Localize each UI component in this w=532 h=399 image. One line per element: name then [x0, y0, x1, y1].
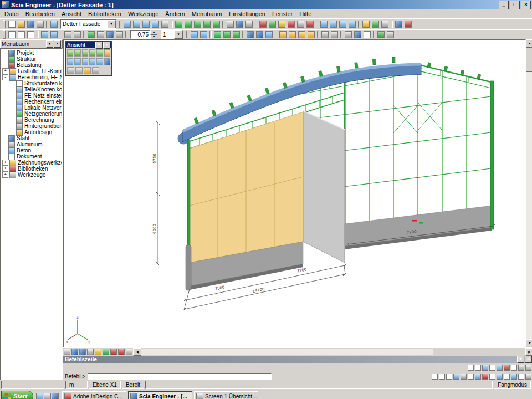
loads-toggle-icon[interactable]: [117, 349, 125, 355]
grid-icon[interactable]: [96, 30, 105, 39]
zoom-out-icon[interactable]: [82, 58, 88, 65]
rotate-view-icon[interactable]: [96, 49, 103, 57]
support-marker-red[interactable]: [412, 220, 417, 222]
labels-toggle-icon[interactable]: [94, 349, 102, 355]
tree-expander-icon[interactable]: [10, 111, 15, 116]
snap-node-icon[interactable]: [503, 364, 510, 371]
ortho-icon[interactable]: [438, 373, 446, 380]
step-snap-icon[interactable]: [467, 373, 474, 380]
tree-expander-icon[interactable]: [10, 81, 15, 86]
viewport-canvas[interactable]: 5750 6000 7500 7200 14700 7200 z: [64, 40, 525, 347]
undo-icon[interactable]: [40, 30, 49, 39]
separator[interactable]: [170, 20, 174, 28]
zoom-in-icon[interactable]: [74, 58, 80, 65]
beam-icon[interactable]: [268, 20, 277, 28]
tree-expander-icon[interactable]: [10, 99, 15, 104]
task-scia-engineer[interactable]: Scia Engineer - [...: [128, 391, 192, 399]
cmd-dropdown-icon[interactable]: ▾: [517, 356, 524, 363]
tree-item-fe-netz-einstellen[interactable]: FE-Netz einstellen: [1, 93, 62, 99]
plate-icon[interactable]: [277, 20, 287, 28]
view-y-icon[interactable]: [183, 20, 193, 28]
panel-close-icon[interactable]: ×: [54, 40, 61, 48]
command-input[interactable]: [88, 373, 272, 380]
view-side-icon[interactable]: [82, 49, 88, 57]
mirror-icon[interactable]: [347, 20, 357, 28]
tree-expander-icon[interactable]: [10, 93, 15, 98]
free-view-icon[interactable]: [104, 49, 110, 57]
table-input-icon[interactable]: [73, 30, 82, 39]
load-icon[interactable]: [305, 20, 315, 28]
view-manager-icon[interactable]: [213, 30, 222, 39]
panel-dropdown-icon[interactable]: ▾: [46, 40, 53, 48]
partition-wall[interactable]: [303, 111, 345, 263]
refresh-icon[interactable]: [376, 30, 386, 39]
tree-expander-icon[interactable]: [2, 166, 8, 172]
tree-item-projekt[interactable]: Projekt: [1, 50, 62, 56]
osnap-icon[interactable]: [453, 373, 460, 380]
tree-item-autodesign[interactable]: Autodesign: [1, 129, 62, 135]
tree-item-stahl[interactable]: Stahl: [1, 135, 62, 141]
separator[interactable]: [118, 20, 122, 28]
menu-bibliotheken[interactable]: Bibliotheken: [85, 11, 125, 17]
menu-einstellungen[interactable]: Einstellungen: [226, 11, 269, 17]
tree-item-berechnung[interactable]: Berechnung: [1, 117, 62, 123]
tree-item-hintergrund[interactable]: Hintergrundberechnu: [1, 123, 62, 129]
separator[interactable]: [45, 20, 49, 28]
scroll-left-icon[interactable]: ◀: [133, 348, 141, 356]
save-icon[interactable]: [26, 20, 35, 28]
snap-endpoint-icon[interactable]: [467, 364, 474, 371]
separator[interactable]: [221, 20, 226, 28]
node-icon[interactable]: [258, 20, 268, 28]
render-mode-icon[interactable]: [255, 30, 264, 39]
scroll-up-icon[interactable]: ▲: [526, 39, 532, 48]
supports-toggle-icon[interactable]: [110, 349, 117, 355]
tree-expander-icon[interactable]: [2, 68, 8, 74]
separator[interactable]: [82, 30, 86, 39]
print-view-icon[interactable]: [67, 67, 74, 74]
screenshot-icon[interactable]: [353, 30, 362, 39]
separator[interactable]: [357, 20, 361, 28]
zoom-out-icon[interactable]: [151, 20, 160, 28]
separator[interactable]: [241, 30, 245, 39]
zoom-window-icon[interactable]: [67, 58, 73, 65]
dimension-labels-icon[interactable]: [306, 30, 316, 39]
zoom-previous-icon[interactable]: [96, 58, 103, 65]
tree-item-netzverdichtung[interactable]: Lokale Netzverdichtu: [1, 105, 62, 111]
view-settings-icon[interactable]: [92, 67, 99, 74]
tree-expander-icon[interactable]: [10, 130, 15, 135]
document-icon[interactable]: [362, 30, 372, 39]
move-icon[interactable]: [329, 20, 338, 28]
snap-tangent-icon[interactable]: [496, 364, 503, 371]
zoom-factor-spinner[interactable]: 0.75 ▴ ▾: [130, 30, 157, 40]
right-column[interactable]: [490, 81, 494, 229]
tree-item-teile-knoten[interactable]: Teile/Knoten koppeln: [1, 86, 62, 93]
quadrant-snap-icon[interactable]: [510, 373, 518, 380]
print-icon[interactable]: [35, 20, 45, 28]
open-icon[interactable]: [17, 20, 26, 28]
cmd-close-icon[interactable]: ×: [525, 356, 532, 363]
snap-icon[interactable]: [105, 30, 115, 39]
tree-expander-icon[interactable]: [10, 87, 15, 92]
toolbar-grip[interactable]: [3, 30, 6, 39]
calculation-icon[interactable]: [394, 20, 403, 28]
tree-expander-icon[interactable]: [2, 154, 7, 159]
vertical-scroll-thumb[interactable]: [526, 48, 532, 72]
toolbar-grip[interactable]: [3, 20, 6, 28]
transparency-icon[interactable]: [264, 30, 274, 39]
command-line-titlebar[interactable]: Befehlszeile ▾ ×: [63, 356, 532, 363]
load-labels-icon[interactable]: [297, 30, 306, 39]
member-labels-icon[interactable]: [278, 30, 288, 39]
separator[interactable]: [274, 30, 278, 39]
shading-icon[interactable]: [245, 30, 255, 39]
separator[interactable]: [390, 20, 394, 28]
tree-expander-icon[interactable]: [2, 57, 7, 62]
menu-aendern[interactable]: Ändern: [162, 11, 188, 17]
tree-item-werkzeuge[interactable]: Werkzeuge: [1, 172, 62, 178]
viewport-horizontal-scrollbar[interactable]: [141, 349, 525, 355]
axonometric-icon[interactable]: [89, 49, 95, 57]
tree-item-strukturdaten[interactable]: Strukturdaten kontrolli: [1, 80, 62, 86]
perspective-toggle-icon[interactable]: [63, 349, 71, 355]
menu-hilfe[interactable]: Hilfe: [296, 11, 315, 17]
tree-item-belastung[interactable]: Belastung: [1, 62, 62, 68]
chevron-down-icon[interactable]: ▾: [174, 30, 183, 39]
